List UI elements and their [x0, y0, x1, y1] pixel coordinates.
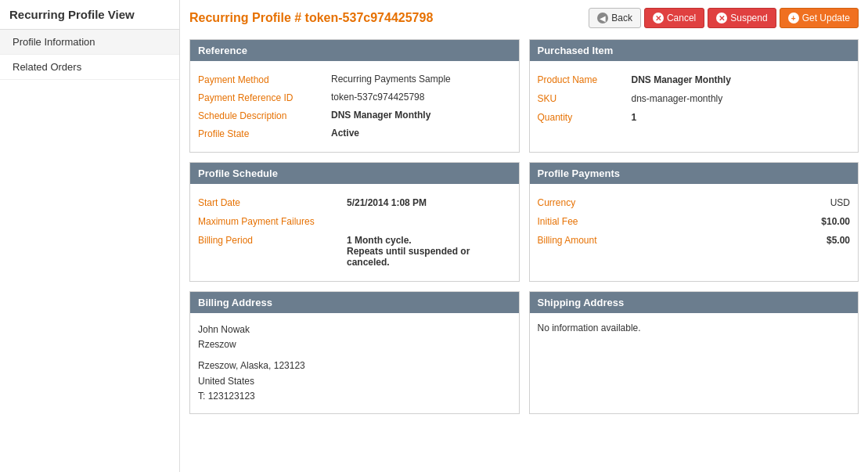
pp-value-initial-fee: $10.00: [639, 216, 851, 227]
billing-phone: T: 123123123: [198, 389, 511, 404]
back-icon: ◀: [597, 13, 608, 23]
header-buttons: ◀ Back ✕ Cancel ✕ Suspend + Get Update: [589, 8, 859, 28]
ref-row-payment-method: Payment Method Recurring Payments Sample: [198, 70, 511, 88]
cancel-button[interactable]: ✕ Cancel: [644, 8, 704, 28]
pp-row-initial-fee: Initial Fee $10.00: [538, 212, 851, 231]
billing-address-card: Billing Address John Nowak Rzeszow Rzesz…: [189, 291, 520, 414]
ps-label-start-date: Start Date: [198, 197, 347, 208]
pp-label-initial-fee: Initial Fee: [538, 216, 639, 227]
billing-address-card-body: John Nowak Rzeszow Rzeszow, Alaska, 1231…: [190, 313, 519, 413]
ref-label-profile-state: Profile State: [198, 128, 331, 139]
profile-schedule-card-header: Profile Schedule: [190, 163, 519, 184]
ref-value-payment-ref-id: token-537c974425798: [331, 92, 424, 103]
main-content: Recurring Profile # token-537c974425798 …: [180, 0, 868, 472]
ps-row-max-failures: Maximum Payment Failures: [198, 212, 511, 231]
suspend-icon: ✕: [716, 13, 727, 23]
profile-schedule-card-body: Start Date 5/21/2014 1:08 PM Maximum Pay…: [190, 184, 519, 281]
pi-row-quantity: Quantity 1: [538, 108, 851, 127]
pi-row-product-name: Product Name DNS Manager Monthly: [538, 70, 851, 89]
pp-label-currency: Currency: [538, 197, 639, 208]
ref-label-payment-ref-id: Payment Reference ID: [198, 92, 331, 103]
shipping-address-card: Shipping Address No information availabl…: [529, 291, 859, 414]
billing-street: Rzeszow, Alaska, 123123: [198, 359, 511, 373]
profile-schedule-card: Profile Schedule Start Date 5/21/2014 1:…: [189, 162, 520, 282]
ref-value-schedule-desc: DNS Manager Monthly: [331, 110, 430, 121]
ref-row-schedule-desc: Schedule Description DNS Manager Monthly: [198, 106, 511, 124]
back-button[interactable]: ◀ Back: [589, 8, 641, 28]
ps-value-start-date: 5/21/2014 1:08 PM: [347, 197, 427, 208]
ref-label-payment-method: Payment Method: [198, 74, 331, 85]
pi-value-product-name: DNS Manager Monthly: [632, 74, 731, 85]
purchased-item-card-body: Product Name DNS Manager Monthly SKU dns…: [530, 61, 859, 136]
ref-value-payment-method: Recurring Payments Sample: [331, 74, 451, 85]
page-title: Recurring Profile # token-537c974425798: [189, 11, 433, 25]
pp-row-billing-amount: Billing Amount $5.00: [538, 231, 851, 250]
ps-label-max-failures: Maximum Payment Failures: [198, 216, 347, 227]
profile-payments-card-header: Profile Payments: [530, 163, 859, 184]
page-header: Recurring Profile # token-537c974425798 …: [189, 8, 859, 28]
pp-value-currency: USD: [639, 197, 851, 208]
get-update-button[interactable]: + Get Update: [780, 8, 859, 28]
sidebar-item-related-orders[interactable]: Related Orders: [0, 55, 179, 80]
ref-label-schedule-desc: Schedule Description: [198, 110, 331, 121]
pi-row-sku: SKU dns-manager-monthly: [538, 89, 851, 108]
ref-row-payment-ref-id: Payment Reference ID token-537c974425798: [198, 88, 511, 106]
billing-blank: [198, 352, 511, 359]
ps-row-start-date: Start Date 5/21/2014 1:08 PM: [198, 193, 511, 212]
sidebar-item-profile-information[interactable]: Profile Information: [0, 30, 179, 55]
pi-label-sku: SKU: [538, 93, 632, 104]
reference-card-body: Payment Method Recurring Payments Sample…: [190, 61, 519, 152]
shipping-address-card-header: Shipping Address: [530, 292, 859, 313]
billing-address-card-header: Billing Address: [190, 292, 519, 313]
ref-value-profile-state: Active: [331, 128, 359, 139]
update-icon: +: [788, 13, 799, 23]
pp-label-billing-amount: Billing Amount: [538, 235, 639, 246]
cards-grid: Reference Payment Method Recurring Payme…: [189, 39, 859, 414]
ref-row-profile-state: Profile State Active: [198, 124, 511, 142]
billing-company: Rzeszow: [198, 337, 511, 352]
pi-value-quantity: 1: [632, 112, 637, 123]
pp-value-billing-amount: $5.00: [639, 235, 851, 246]
ps-value-billing-period: 1 Month cycle. Repeats until suspended o…: [347, 235, 511, 268]
shipping-no-info: No information available.: [538, 322, 851, 333]
billing-name: John Nowak: [198, 322, 511, 337]
profile-payments-card-body: Currency USD Initial Fee $10.00 Billing …: [530, 184, 859, 259]
suspend-button[interactable]: ✕ Suspend: [708, 8, 776, 28]
pi-label-product-name: Product Name: [538, 74, 632, 85]
shipping-address-card-body: No information available.: [530, 313, 859, 343]
sidebar-title: Recurring Profile View: [0, 0, 179, 30]
purchased-item-card-header: Purchased Item: [530, 40, 859, 61]
billing-country: United States: [198, 374, 511, 389]
reference-card: Reference Payment Method Recurring Payme…: [189, 39, 520, 153]
pp-row-currency: Currency USD: [538, 193, 851, 212]
pi-value-sku: dns-manager-monthly: [632, 93, 723, 104]
ps-label-billing-period: Billing Period: [198, 235, 347, 246]
cancel-icon: ✕: [653, 13, 664, 23]
purchased-item-card: Purchased Item Product Name DNS Manager …: [529, 39, 859, 153]
profile-payments-card: Profile Payments Currency USD Initial Fe…: [529, 162, 859, 282]
sidebar: Recurring Profile View Profile Informati…: [0, 0, 180, 472]
ps-row-billing-period: Billing Period 1 Month cycle. Repeats un…: [198, 231, 511, 272]
reference-card-header: Reference: [190, 40, 519, 61]
pi-label-quantity: Quantity: [538, 112, 632, 123]
